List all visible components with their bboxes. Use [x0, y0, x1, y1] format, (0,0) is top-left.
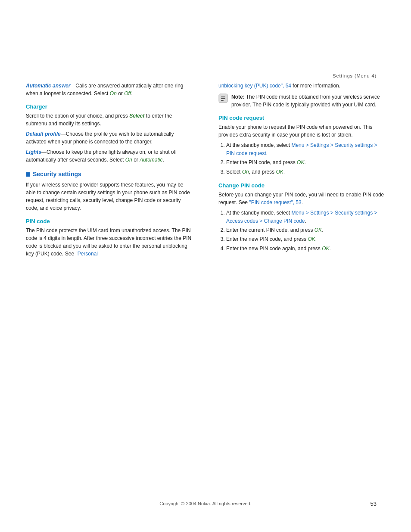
change-pin-step-3: Enter the new PIN code, and press OK. [226, 235, 385, 243]
page-number: 53 [371, 501, 377, 507]
auto-answer-or: or [117, 90, 124, 96]
pin-request-steps: At the standby mode, select Menu > Setti… [226, 141, 385, 176]
change-pin-step-1: At the standby mode, select Menu > Setti… [226, 209, 385, 225]
change-pin-step-2: Enter the current PIN code, and press OK… [226, 226, 385, 234]
security-settings-heading: Security settings [26, 171, 193, 177]
charger-body: Scroll to the option of your choice, and… [26, 112, 193, 128]
note-box: Note: The PIN code must be obtained from… [218, 93, 385, 109]
pin-request-heading: PIN code request [218, 115, 385, 121]
pin-code-heading: PIN code [26, 218, 193, 224]
content-columns: Automatic answer—Calls are answered auto… [0, 82, 411, 260]
change-pin-body: Before you can change your PIN code, you… [218, 191, 385, 206]
auto-answer-term: Automatic answer [26, 83, 70, 89]
puk-code-link[interactable]: unblocking key (PUK) code", 54 [218, 83, 291, 89]
security-body: If your wireless service provider suppor… [26, 181, 193, 212]
auto-answer-off: Off [124, 90, 131, 96]
pin-request-step-3: Select On, and press OK. [226, 168, 385, 176]
auto-answer-section: Automatic answer—Calls are answered auto… [26, 82, 193, 97]
svg-rect-3 [221, 100, 224, 101]
left-column: Automatic answer—Calls are answered auto… [26, 82, 197, 260]
lights: Lights—Choose to keep the phone lights a… [26, 148, 193, 164]
change-pin-steps: At the standby mode, select Menu > Setti… [226, 209, 385, 253]
auto-answer-on: On [110, 90, 117, 96]
pin-code-continued: unblocking key (PUK) code", 54 for more … [218, 82, 385, 90]
page: Settings (Menu 4) Automatic answer—Calls… [0, 0, 411, 532]
page-header: Settings (Menu 4) [0, 0, 411, 82]
note-icon [218, 93, 228, 103]
pin-request-body: Enable your phone to request the PIN cod… [218, 123, 385, 139]
right-column: unblocking key (PUK) code", 54 for more … [214, 82, 385, 260]
chapter-title: Settings (Menu 4) [333, 73, 377, 78]
svg-rect-1 [221, 96, 225, 97]
change-pin-step-4: Enter the new PIN code again, and press … [226, 245, 385, 253]
charger-heading: Charger [26, 103, 193, 110]
footer-copyright: Copyright © 2004 Nokia. All rights reser… [0, 501, 411, 506]
security-settings-title: Security settings [33, 171, 81, 177]
personal-link[interactable]: "Personal [75, 251, 98, 257]
pin-code-body: The PIN code protects the UIM card from … [26, 227, 193, 258]
page-footer: Copyright © 2004 Nokia. All rights reser… [0, 501, 411, 506]
pin-request-step-2: Enter the PIN code, and press OK. [226, 159, 385, 167]
pin-request-ref-link[interactable]: "PIN code request", 53 [249, 199, 301, 205]
pin-request-step-1: At the standby mode, select Menu > Setti… [226, 141, 385, 158]
change-pin-heading: Change PIN code [218, 182, 385, 189]
svg-rect-2 [221, 98, 225, 99]
default-profile: Default profile—Choose the profile you w… [26, 130, 193, 146]
note-text: Note: The PIN code must be obtained from… [231, 93, 385, 109]
blue-bullet-icon [26, 172, 30, 177]
